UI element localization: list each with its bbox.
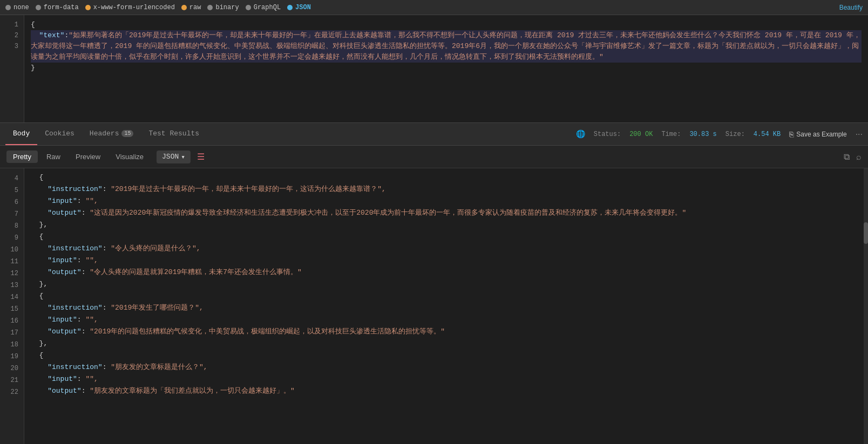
- format-tab-visualize[interactable]: Visualize: [109, 151, 150, 163]
- dot-none-icon: [5, 5, 11, 10]
- response-status-area: 🌐 Status: 200 OK Time: 30.83 s Size: 4.5…: [576, 123, 863, 145]
- json-row: "instruction": "2019年发生了哪些问题？",: [24, 302, 864, 314]
- format-tab-pretty[interactable]: Pretty: [6, 151, 38, 163]
- json-line-num: 6: [0, 196, 24, 208]
- json-value: "令人头疼的问题是就算2019年糟糕，未来7年还会发生什么事情。": [90, 268, 302, 276]
- top-bar: none form-data x-www-form-urlencoded raw…: [0, 0, 868, 15]
- tab-headers[interactable]: Headers 15: [82, 123, 141, 145]
- json-line-num: 17: [0, 327, 24, 339]
- raw-code-line-1: {: [31, 19, 862, 30]
- json-row: "input": "",: [24, 255, 864, 267]
- json-line-num: 5: [0, 185, 24, 196]
- json-value: "",: [85, 256, 98, 264]
- json-row: "output": "这话是因为2020年新冠疫情的爆发导致全球经济和生活生态遭…: [24, 207, 864, 219]
- tab-test-results-label: Test Results: [148, 129, 199, 138]
- json-row: },: [24, 338, 864, 350]
- json-row: {: [24, 290, 864, 302]
- json-key: "input": [48, 316, 77, 324]
- format-dropdown[interactable]: JSON ▾: [157, 151, 191, 163]
- save-example-button[interactable]: ⎘ Save as Example: [789, 130, 846, 139]
- json-line-num: 9: [0, 232, 24, 244]
- format-dropdown-label: JSON: [162, 153, 179, 161]
- json-value: "2019年是过去十年最坏的一年，却是未来十年最好的一年，这话为什么越来越靠谱？…: [111, 185, 386, 193]
- beautify-button[interactable]: Beautify: [839, 4, 863, 11]
- json-row: "instruction": "朋友发的文章标题是什么？",: [24, 361, 864, 373]
- main-container: none form-data x-www-form-urlencoded raw…: [0, 0, 868, 444]
- option-form-data[interactable]: form-data: [36, 4, 79, 11]
- option-raw[interactable]: raw: [181, 4, 201, 11]
- option-json[interactable]: JSON: [287, 4, 311, 11]
- json-row: "output": "令人头疼的问题是就算2019年糟糕，未来7年还会发生什么事…: [24, 267, 864, 278]
- save-icon: ⎘: [789, 130, 794, 139]
- json-row: "output": "2019年的问题包括糟糕的气候变化，中美贸易战，极端组织的…: [24, 326, 864, 338]
- json-value: "令人头疼的问题是什么？",: [111, 244, 200, 252]
- json-viewer[interactable]: 45678910111213141516171819202122 { "inst…: [0, 168, 868, 444]
- format-bar: Pretty Raw Preview Visualize JSON ▾ ☰ ⧉ …: [0, 146, 868, 168]
- json-key: "input": [48, 197, 77, 205]
- copy-button[interactable]: ⧉: [844, 152, 850, 162]
- json-content: { "instruction": "2019年是过去十年最坏的一年，却是未来十年…: [24, 168, 864, 444]
- json-line-num: 15: [0, 303, 24, 315]
- json-line-num: 8: [0, 220, 24, 232]
- search-button[interactable]: ⌕: [856, 152, 862, 162]
- scrollbar-thumb: [864, 222, 868, 244]
- json-value: "",: [85, 197, 98, 205]
- json-row: "output": "朋友发的文章标题为「我们差点就以为，一切只会越来越好」。": [24, 385, 864, 397]
- json-value: "2019年的问题包括糟糕的气候变化，中美贸易战，极端组织的崛起，以及对科技巨头…: [90, 327, 445, 336]
- tab-body-label: Body: [13, 129, 30, 138]
- size-label: Size:: [725, 131, 745, 138]
- raw-line-num-3: 3: [0, 41, 24, 52]
- tab-body[interactable]: Body: [5, 123, 37, 145]
- raw-code-line-3: }: [31, 63, 862, 73]
- json-key: "output": [48, 327, 81, 336]
- headers-badge: 15: [121, 130, 133, 137]
- option-binary[interactable]: binary: [207, 4, 239, 11]
- json-key: "input": [48, 375, 77, 383]
- status-label: Status:: [594, 131, 621, 138]
- option-none[interactable]: none: [5, 4, 29, 11]
- json-value: "",: [85, 316, 98, 324]
- label-graphql: GraphQL: [254, 4, 281, 11]
- json-key: "output": [48, 268, 81, 276]
- tab-test-results[interactable]: Test Results: [141, 123, 207, 145]
- json-value: "朋友发的文章标题为「我们差点就以为，一切只会越来越好」。": [90, 387, 295, 395]
- dot-raw-icon: [181, 5, 187, 10]
- json-row: "instruction": "令人头疼的问题是什么？",: [24, 243, 864, 255]
- json-key: "output": [48, 387, 81, 395]
- json-line-num: 22: [0, 386, 24, 398]
- option-graphql[interactable]: GraphQL: [246, 4, 281, 11]
- json-row: "input": "",: [24, 314, 864, 326]
- json-line-num: 16: [0, 315, 24, 327]
- json-key: "instruction": [48, 304, 102, 312]
- label-binary: binary: [215, 4, 239, 11]
- dot-form-icon: [36, 5, 41, 10]
- json-row: "input": "",: [24, 373, 864, 385]
- json-key: "instruction": [48, 185, 102, 193]
- json-row: {: [24, 231, 864, 243]
- json-value: "2019年发生了哪些问题？",: [111, 304, 204, 312]
- save-example-label: Save as Example: [796, 131, 846, 138]
- format-tab-preview[interactable]: Preview: [69, 151, 107, 163]
- filter-icon[interactable]: ☰: [197, 152, 205, 162]
- format-bar-actions: ⧉ ⌕: [844, 152, 862, 162]
- chevron-down-icon: ▾: [181, 153, 185, 161]
- json-line-num: 14: [0, 291, 24, 303]
- dot-binary-icon: [207, 5, 213, 10]
- json-row: "input": "",: [24, 195, 864, 207]
- tab-cookies[interactable]: Cookies: [37, 123, 82, 145]
- raw-code-line-2: "text":"如果那句著名的「2019年是过去十年最坏的一年，却是未来十年最好…: [31, 30, 862, 63]
- more-options-button[interactable]: ···: [856, 129, 863, 139]
- scrollbar[interactable]: [864, 168, 868, 444]
- option-urlencoded[interactable]: x-www-form-urlencoded: [85, 4, 175, 11]
- json-value: "这话是因为2020年新冠疫情的爆发导致全球经济和生活生态遭受到极大冲击，以至于…: [90, 209, 686, 217]
- globe-icon: 🌐: [576, 129, 585, 139]
- label-form-data: form-data: [44, 4, 79, 11]
- json-key: "input": [48, 256, 77, 264]
- response-raw-area: 1 2 3 { "text":"如果那句著名的「2019年是过去十年最坏的一年，…: [0, 15, 868, 123]
- json-line-num: 7: [0, 208, 24, 220]
- format-tab-raw[interactable]: Raw: [40, 151, 67, 163]
- json-line-numbers: 45678910111213141516171819202122: [0, 168, 24, 444]
- raw-line-numbers: 1 2 3: [0, 15, 24, 122]
- raw-code-area[interactable]: { "text":"如果那句著名的「2019年是过去十年最坏的一年，却是未来十年…: [24, 15, 868, 122]
- json-value: "",: [85, 375, 98, 383]
